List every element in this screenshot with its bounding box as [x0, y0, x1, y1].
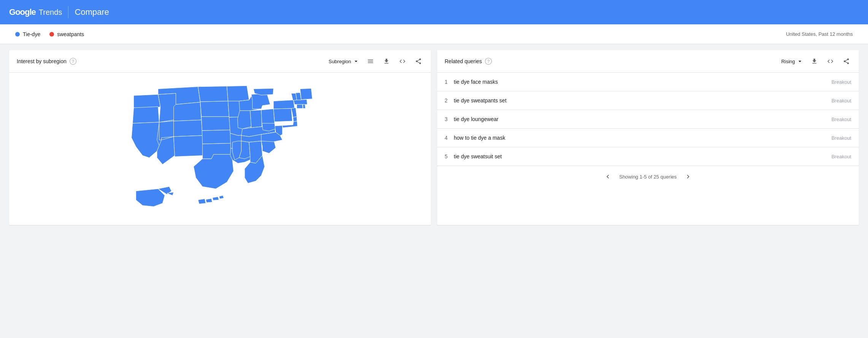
map-card-header-left: Interest by subregion ?	[17, 58, 76, 65]
map-title: Interest by subregion	[17, 58, 67, 64]
query-text: how to tie dye a mask	[454, 135, 831, 141]
pagination-text: Showing 1-5 of 25 queries	[619, 174, 677, 180]
chevron-down-icon	[796, 58, 803, 65]
query-badge: Breakout	[831, 79, 851, 85]
query-num: 5	[445, 153, 454, 159]
map-area	[9, 73, 431, 225]
map-download-button[interactable]	[382, 56, 391, 66]
header: Google Trends Compare	[0, 0, 868, 24]
query-row[interactable]: 4 how to tie dye a mask Breakout	[437, 129, 859, 147]
term1-dot	[15, 32, 20, 37]
code-icon	[399, 58, 406, 65]
page-title: Compare	[75, 7, 109, 17]
queries-download-button[interactable]	[809, 56, 819, 66]
query-badge: Breakout	[831, 154, 851, 159]
term1-label: Tie-dye	[23, 31, 40, 37]
queries-help-icon[interactable]: ?	[485, 58, 492, 65]
share-icon	[415, 58, 422, 65]
queries-card-header: Related queries ? Rising	[437, 50, 859, 73]
download-icon	[383, 58, 390, 65]
query-text: tie dye sweatsuit set	[454, 153, 831, 159]
query-badge: Breakout	[831, 135, 851, 141]
term1-badge: Tie-dye	[15, 31, 40, 37]
main-content: Interest by subregion ? Subregion	[0, 44, 868, 231]
chevron-down-icon	[353, 58, 359, 65]
query-row[interactable]: 3 tie dye loungewear Breakout	[437, 110, 859, 129]
share-icon	[843, 58, 850, 65]
usa-map	[114, 82, 327, 215]
list-view-button[interactable]	[366, 56, 375, 66]
next-page-button[interactable]	[683, 171, 693, 182]
map-embed-button[interactable]	[397, 56, 407, 66]
queries-card: Related queries ? Rising	[437, 50, 859, 225]
queries-share-button[interactable]	[841, 56, 851, 66]
term2-badge: sweatpants	[49, 31, 84, 37]
query-num: 1	[445, 79, 454, 85]
prev-page-button[interactable]	[603, 171, 613, 182]
query-num: 3	[445, 116, 454, 122]
subregion-label: Subregion	[329, 59, 351, 64]
queries-title: Related queries	[445, 58, 482, 64]
map-card-actions: Subregion	[329, 56, 423, 66]
rising-dropdown[interactable]: Rising	[781, 56, 803, 66]
query-row[interactable]: 2 tie dye sweatpants set Breakout	[437, 91, 859, 110]
trends-label: Trends	[39, 8, 62, 17]
query-text: tie dye face masks	[454, 79, 831, 85]
subheader: Tie-dye sweatpants United States, Past 1…	[0, 24, 868, 44]
logo: Google Trends	[9, 7, 62, 17]
location-period: United States, Past 12 months	[786, 31, 853, 37]
query-text: tie dye sweatpants set	[454, 97, 831, 104]
download-icon	[811, 58, 818, 65]
map-card-header: Interest by subregion ? Subregion	[9, 50, 431, 73]
map-share-button[interactable]	[413, 56, 423, 66]
queries-header-left: Related queries ?	[445, 58, 492, 65]
query-row[interactable]: 1 tie dye face masks Breakout	[437, 73, 859, 91]
rising-label: Rising	[781, 59, 795, 64]
map-card: Interest by subregion ? Subregion	[9, 50, 431, 225]
subregion-dropdown[interactable]: Subregion	[329, 56, 359, 66]
prev-icon	[604, 173, 612, 180]
term2-label: sweatpants	[57, 31, 84, 37]
query-text: tie dye loungewear	[454, 116, 831, 122]
list-icon	[367, 58, 374, 65]
query-num: 2	[445, 97, 454, 104]
queries-embed-button[interactable]	[825, 56, 835, 66]
pagination: Showing 1-5 of 25 queries	[437, 166, 859, 187]
code-icon	[827, 58, 834, 65]
terms-list: Tie-dye sweatpants	[15, 31, 84, 37]
map-help-icon[interactable]: ?	[70, 58, 76, 65]
query-badge: Breakout	[831, 116, 851, 122]
header-divider	[68, 6, 68, 18]
query-num: 4	[445, 135, 454, 141]
query-row[interactable]: 5 tie dye sweatsuit set Breakout	[437, 147, 859, 166]
next-icon	[684, 173, 692, 180]
queries-list: 1 tie dye face masks Breakout 2 tie dye …	[437, 73, 859, 166]
queries-card-actions: Rising	[781, 56, 851, 66]
query-badge: Breakout	[831, 98, 851, 104]
google-logo: Google	[9, 7, 36, 17]
term2-dot	[49, 32, 54, 37]
